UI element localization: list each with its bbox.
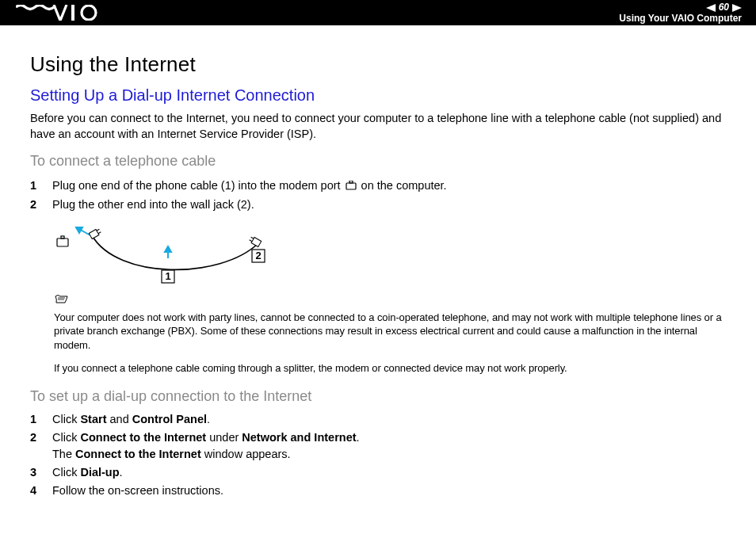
subsection-a-title: To connect a telephone cable [30, 153, 726, 170]
step-text: Click Dial-up. [52, 464, 726, 481]
diagram-label-2: 2 [255, 250, 261, 261]
page-content: Using the Internet Setting Up a Dial-up … [0, 25, 756, 499]
page-title: Using the Internet [30, 52, 726, 77]
step-text: Follow the on-screen instructions. [52, 483, 726, 499]
svg-marker-11 [165, 246, 171, 252]
step-number: 2 [30, 429, 40, 446]
subsection-b-title: To set up a dial-up connection to the In… [30, 388, 726, 405]
step-text: Plug one end of the phone cable (1) into… [52, 177, 726, 195]
header-right: 60 Using Your VAIO Computer [619, 2, 742, 23]
diagram-label-1: 1 [165, 270, 170, 282]
svg-rect-15 [251, 238, 262, 247]
steps-b: 1Click Start and Control Panel.2Click Co… [30, 411, 726, 499]
svg-point-1 [82, 6, 96, 20]
note-block: Your computer does not work with party l… [54, 294, 726, 376]
modem-port-icon [346, 178, 357, 195]
step-text: Click Connect to the Internet under Netw… [52, 429, 726, 463]
svg-rect-0 [71, 5, 74, 21]
nav-next-icon[interactable] [732, 4, 742, 12]
step-text: Click Start and Control Panel. [52, 411, 726, 428]
svg-line-14 [98, 232, 101, 234]
step-text: Plug the other end into the wall jack (2… [52, 196, 726, 213]
list-item: 2Plug the other end into the wall jack (… [30, 196, 726, 213]
svg-rect-5 [349, 181, 353, 183]
svg-rect-12 [89, 230, 99, 239]
note-paragraph-1: Your computer does not work with party l… [54, 311, 726, 353]
step-number: 3 [30, 464, 40, 481]
note-paragraph-2: If you connect a telephone cable coming … [54, 361, 726, 376]
svg-marker-3 [732, 4, 742, 12]
note-icon [54, 294, 726, 309]
list-item: 2Click Connect to the Internet under Net… [30, 429, 726, 463]
list-item: 4Follow the on-screen instructions. [30, 483, 726, 499]
step-number: 4 [30, 483, 40, 499]
page-nav: 60 [706, 2, 742, 13]
list-item: 1Plug one end of the phone cable (1) int… [30, 177, 726, 195]
step-number: 2 [30, 196, 40, 213]
nav-prev-icon[interactable] [706, 4, 716, 12]
cable-diagram: 1 2 [54, 224, 307, 288]
svg-rect-6 [57, 238, 68, 246]
page-number: 60 [719, 2, 729, 13]
svg-line-17 [250, 240, 252, 242]
svg-line-13 [97, 229, 99, 231]
step-number: 1 [30, 177, 40, 194]
svg-line-16 [251, 237, 254, 238]
intro-text: Before you can connect to the Internet, … [30, 111, 726, 142]
list-item: 3Click Dial-up. [30, 464, 726, 481]
list-item: 1Click Start and Control Panel. [30, 411, 726, 428]
vaio-logo [16, 0, 101, 25]
svg-rect-7 [61, 236, 64, 238]
steps-a: 1Plug one end of the phone cable (1) int… [30, 177, 726, 213]
svg-rect-4 [346, 183, 356, 189]
step-number: 1 [30, 411, 40, 428]
header-section-title: Using Your VAIO Computer [619, 13, 742, 24]
section-title: Setting Up a Dial-up Internet Connection [30, 86, 726, 105]
svg-marker-2 [706, 4, 716, 12]
header-bar: 60 Using Your VAIO Computer [0, 0, 756, 25]
svg-marker-9 [76, 227, 82, 233]
